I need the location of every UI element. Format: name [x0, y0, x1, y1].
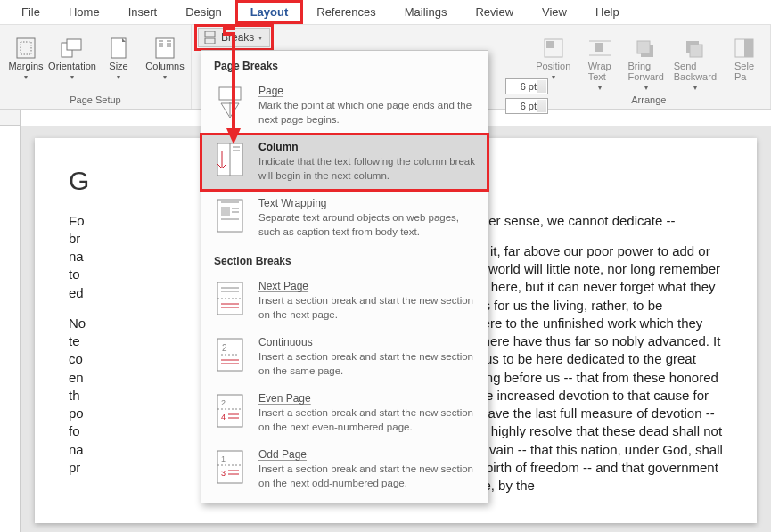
tab-mailings[interactable]: Mailings	[390, 1, 462, 23]
svg-rect-23	[205, 31, 215, 37]
tab-insert[interactable]: Insert	[114, 1, 172, 23]
svg-rect-0	[17, 38, 35, 58]
menu-item-text-wrapping-break[interactable]: Text Wrapping Separate text around objec…	[201, 190, 488, 246]
orientation-button[interactable]: Orientation▾	[53, 37, 91, 81]
svg-text:2: 2	[222, 343, 227, 353]
svg-rect-3	[67, 39, 81, 50]
chevron-down-icon: ▾	[163, 73, 167, 81]
tab-layout[interactable]: Layout	[236, 1, 303, 23]
ribbon-tabs: File Home Insert Design Layout Reference…	[0, 0, 771, 25]
svg-text:2: 2	[221, 398, 226, 407]
send-backward-button[interactable]: Send Backward▾	[674, 37, 717, 92]
send-backward-label: Send Backward	[674, 61, 717, 82]
even-page-icon: 24	[214, 392, 246, 430]
menu-item-desc: Insert a section break and start the new…	[258, 350, 475, 378]
breaks-menu: Page Breaks Page Mark the point at which…	[201, 50, 488, 503]
tab-help[interactable]: Help	[581, 1, 634, 23]
menu-item-title: Odd Page	[258, 448, 475, 461]
chevron-down-icon: ▾	[70, 73, 74, 81]
position-button[interactable]: Position▾	[535, 37, 572, 81]
position-label: Position	[536, 61, 570, 71]
svg-rect-20	[690, 45, 702, 57]
svg-text:1: 1	[221, 454, 226, 463]
size-label: Size	[109, 61, 127, 71]
chevron-down-icon: ▾	[644, 84, 648, 92]
group-page-setup: Margins▾ Orientation▾ Size▾ Columns▾ Pag…	[0, 25, 192, 109]
tab-home[interactable]: Home	[54, 1, 114, 23]
group-label-page-setup: Page Setup	[7, 93, 184, 107]
size-icon	[106, 37, 131, 59]
svg-rect-18	[637, 41, 650, 53]
bring-forward-button[interactable]: Bring Forward▾	[627, 37, 665, 92]
tab-file[interactable]: File	[7, 1, 54, 23]
svg-rect-13	[546, 41, 554, 48]
menu-item-title: Text Wrapping	[258, 197, 475, 209]
bring-forward-label: Bring Forward	[628, 61, 664, 82]
menu-item-odd-page[interactable]: 13 Odd Page Insert a section break and s…	[201, 441, 488, 497]
group-label-arrange: Arrange	[535, 93, 763, 107]
tab-view[interactable]: View	[528, 1, 581, 23]
menu-item-continuous[interactable]: 2 Continuous Insert a section break and …	[201, 329, 488, 385]
menu-item-column-break[interactable]: Column Indicate that the text following …	[201, 134, 488, 190]
menu-item-next-page[interactable]: Next Page Insert a section break and sta…	[201, 273, 488, 329]
svg-rect-32	[221, 207, 230, 216]
margins-icon	[13, 37, 38, 59]
svg-rect-1	[21, 42, 31, 54]
ruler-corner	[0, 110, 21, 126]
tab-review[interactable]: Review	[461, 1, 528, 23]
svg-text:4: 4	[221, 413, 226, 422]
position-icon	[541, 37, 566, 59]
columns-icon	[152, 37, 177, 59]
breaks-label: Breaks	[221, 31, 254, 44]
menu-item-title: Next Page	[258, 280, 475, 292]
columns-button[interactable]: Columns▾	[146, 37, 184, 81]
tab-design[interactable]: Design	[171, 1, 235, 23]
odd-page-icon: 13	[214, 448, 246, 486]
menu-item-desc: Insert a section break and start the new…	[258, 294, 475, 322]
chevron-down-icon: ▾	[693, 84, 697, 92]
chevron-down-icon: ▾	[258, 34, 262, 42]
chevron-down-icon: ▾	[117, 73, 120, 81]
spacing-before-input[interactable]: 6 pt	[505, 78, 548, 94]
orientation-icon	[60, 37, 85, 59]
menu-item-title: Page	[258, 85, 475, 97]
columns-label: Columns	[145, 61, 184, 71]
menu-item-desc: Insert a section break and start the new…	[258, 406, 475, 434]
menu-item-desc: Separate text around objects on web page…	[258, 211, 475, 239]
margins-button[interactable]: Margins▾	[7, 37, 45, 81]
bring-forward-icon	[634, 37, 659, 59]
menu-item-desc: Indicate that the text following the col…	[258, 155, 475, 183]
selection-pane-label: Sele Pa	[734, 61, 754, 82]
wrap-text-icon	[587, 37, 612, 59]
page-break-icon	[204, 31, 217, 44]
svg-rect-24	[205, 38, 215, 44]
menu-item-even-page[interactable]: 24 Even Page Insert a section break and …	[201, 385, 488, 441]
menu-item-title: Continuous	[258, 336, 475, 348]
menu-item-title: Column	[258, 141, 475, 153]
menu-item-desc: Insert a section break and start the new…	[258, 462, 475, 490]
size-button[interactable]: Size▾	[100, 37, 137, 81]
svg-rect-22	[744, 39, 753, 57]
svg-rect-14	[595, 43, 603, 52]
selection-pane-button[interactable]: Sele Pa	[726, 37, 763, 82]
margins-label: Margins	[8, 61, 43, 71]
wrap-text-button[interactable]: Wrap Text▾	[581, 37, 619, 92]
next-page-icon	[214, 280, 246, 317]
spacing-after-input[interactable]: 6 pt	[505, 98, 548, 114]
menu-header-section-breaks: Section Breaks	[201, 246, 488, 273]
vertical-ruler[interactable]	[0, 126, 21, 532]
continuous-icon: 2	[214, 336, 246, 373]
send-backward-icon	[683, 37, 708, 59]
menu-item-desc: Mark the point at which one page ends an…	[258, 99, 475, 127]
svg-rect-25	[219, 87, 241, 100]
group-arrange: Position▾ Wrap Text▾ Bring Forward▾ Send…	[528, 25, 771, 109]
tab-references[interactable]: References	[302, 1, 390, 23]
menu-item-page-break[interactable]: Page Mark the point at which one page en…	[201, 78, 488, 134]
orientation-label: Orientation	[48, 61, 96, 71]
text-wrapping-icon	[214, 197, 246, 234]
page-break-icon	[214, 85, 246, 122]
breaks-dropdown-button[interactable]: Breaks ▾	[198, 28, 270, 47]
menu-header-page-breaks: Page Breaks	[201, 51, 488, 78]
chevron-down-icon: ▾	[552, 73, 555, 81]
chevron-down-icon: ▾	[598, 84, 602, 92]
